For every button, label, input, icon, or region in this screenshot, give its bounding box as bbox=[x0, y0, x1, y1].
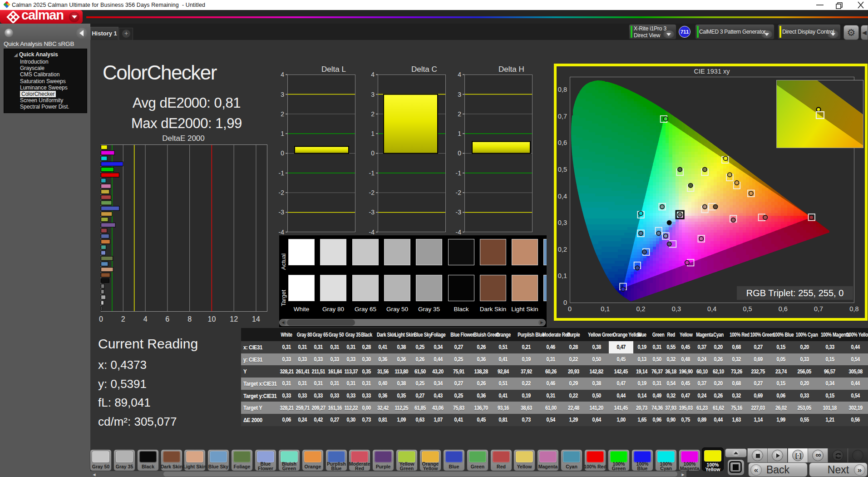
svg-text:CIE 1931 xy: CIE 1931 xy bbox=[694, 68, 730, 75]
svg-text:Delta H: Delta H bbox=[498, 65, 524, 74]
svg-text:0: 0 bbox=[99, 315, 103, 323]
svg-text:0,7: 0,7 bbox=[558, 113, 567, 120]
svg-text:2: 2 bbox=[458, 110, 461, 118]
svg-text:-2: -2 bbox=[279, 189, 285, 196]
svg-text:0,1: 0,1 bbox=[601, 305, 610, 313]
svg-text:-2: -2 bbox=[369, 189, 375, 196]
svg-text:3: 3 bbox=[281, 91, 284, 98]
svg-text:0,1: 0,1 bbox=[558, 272, 567, 279]
svg-text:2: 2 bbox=[121, 315, 125, 323]
svg-text:0: 0 bbox=[563, 299, 567, 306]
svg-text:1: 1 bbox=[371, 130, 375, 137]
svg-text:-3: -3 bbox=[456, 209, 462, 216]
svg-text:0,3: 0,3 bbox=[558, 219, 567, 226]
svg-text:0: 0 bbox=[281, 149, 284, 157]
svg-text:-3: -3 bbox=[279, 209, 285, 216]
svg-text:-4: -4 bbox=[279, 229, 285, 236]
svg-text:2: 2 bbox=[281, 110, 284, 118]
svg-text:4: 4 bbox=[458, 71, 461, 78]
svg-text:4: 4 bbox=[371, 71, 375, 78]
svg-text:0,7: 0,7 bbox=[814, 305, 823, 313]
svg-text:8: 8 bbox=[187, 315, 192, 323]
svg-text:2: 2 bbox=[371, 110, 375, 118]
svg-text:-3: -3 bbox=[369, 209, 375, 216]
svg-text:0,6: 0,6 bbox=[779, 305, 788, 313]
svg-text:-4: -4 bbox=[369, 229, 375, 236]
svg-text:RGB Triplet: 255, 255, 0: RGB Triplet: 255, 255, 0 bbox=[746, 288, 844, 298]
svg-text:14: 14 bbox=[252, 315, 260, 323]
svg-text:0,5: 0,5 bbox=[743, 305, 752, 313]
svg-text:0,8: 0,8 bbox=[558, 86, 567, 93]
svg-text:-1: -1 bbox=[279, 169, 285, 177]
svg-text:0: 0 bbox=[371, 149, 375, 157]
svg-text:0: 0 bbox=[458, 149, 461, 157]
svg-text:12: 12 bbox=[230, 315, 238, 323]
svg-text:-4: -4 bbox=[456, 229, 462, 236]
svg-text:0,4: 0,4 bbox=[558, 193, 567, 200]
svg-text:-1: -1 bbox=[456, 169, 462, 177]
svg-text:0,6: 0,6 bbox=[558, 139, 567, 146]
svg-text:0,2: 0,2 bbox=[636, 305, 646, 313]
svg-text:1: 1 bbox=[281, 130, 284, 137]
svg-text:-1: -1 bbox=[369, 169, 375, 177]
svg-text:0,8: 0,8 bbox=[849, 305, 858, 313]
svg-text:0,2: 0,2 bbox=[558, 246, 567, 253]
svg-text:0,4: 0,4 bbox=[707, 305, 716, 313]
svg-text:3: 3 bbox=[371, 91, 375, 98]
svg-text:Delta L: Delta L bbox=[321, 65, 346, 74]
svg-text:10: 10 bbox=[208, 315, 216, 323]
svg-text:3: 3 bbox=[458, 91, 461, 98]
svg-text:0: 0 bbox=[568, 305, 572, 313]
svg-text:0,5: 0,5 bbox=[558, 166, 567, 173]
svg-text:-2: -2 bbox=[456, 189, 462, 196]
svg-text:1: 1 bbox=[458, 130, 461, 137]
svg-text:4: 4 bbox=[281, 71, 284, 78]
svg-text:Delta C: Delta C bbox=[411, 65, 437, 74]
svg-text:6: 6 bbox=[165, 315, 169, 323]
svg-text:4: 4 bbox=[143, 315, 148, 323]
svg-text:0,3: 0,3 bbox=[672, 305, 681, 313]
